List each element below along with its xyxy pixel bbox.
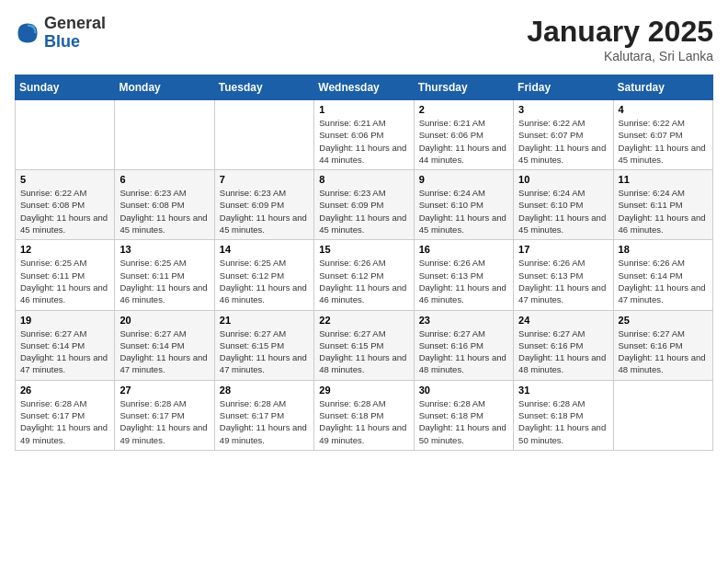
sunrise-text: Sunrise: 6:26 AM (319, 258, 385, 268)
day-number: 29 (319, 385, 408, 396)
calendar-cell: 4 Sunrise: 6:22 AM Sunset: 6:07 PM Dayli… (613, 100, 712, 170)
sunset-text: Sunset: 6:16 PM (518, 340, 583, 350)
sunrise-text: Sunrise: 6:21 AM (319, 118, 385, 128)
day-number: 27 (119, 385, 209, 396)
day-info: Sunrise: 6:26 AM Sunset: 6:13 PM Dayligh… (518, 257, 608, 305)
day-number: 12 (20, 244, 109, 255)
daylight-text: Daylight: 11 hours and 49 minutes. (119, 422, 207, 444)
daylight-text: Daylight: 11 hours and 47 minutes. (20, 352, 108, 374)
day-number: 24 (518, 315, 608, 326)
sunrise-text: Sunrise: 6:22 AM (518, 118, 585, 128)
daylight-text: Daylight: 11 hours and 45 minutes. (119, 213, 207, 235)
daylight-text: Daylight: 11 hours and 45 minutes. (20, 213, 108, 235)
calendar-table: SundayMondayTuesdayWednesdayThursdayFrid… (15, 75, 713, 451)
day-number: 8 (319, 174, 408, 185)
daylight-text: Daylight: 11 hours and 46 minutes. (619, 213, 706, 235)
day-info: Sunrise: 6:27 AM Sunset: 6:16 PM Dayligh… (518, 327, 608, 376)
sunset-text: Sunset: 6:18 PM (419, 410, 483, 420)
day-info: Sunrise: 6:27 AM Sunset: 6:14 PM Dayligh… (20, 327, 109, 376)
daylight-text: Daylight: 11 hours and 48 minutes. (518, 352, 606, 374)
day-number: 15 (319, 244, 408, 255)
day-number: 3 (518, 104, 608, 115)
weekday-header-tuesday: Tuesday (214, 75, 313, 100)
day-info: Sunrise: 6:24 AM Sunset: 6:11 PM Dayligh… (619, 187, 708, 236)
sunset-text: Sunset: 6:16 PM (419, 340, 483, 350)
month-title: January 2025 (527, 15, 713, 49)
day-info: Sunrise: 6:22 AM Sunset: 6:08 PM Dayligh… (20, 187, 109, 236)
day-number: 25 (619, 315, 708, 326)
day-info: Sunrise: 6:28 AM Sunset: 6:18 PM Dayligh… (419, 397, 508, 446)
day-info: Sunrise: 6:28 AM Sunset: 6:18 PM Dayligh… (518, 397, 608, 446)
day-info: Sunrise: 6:28 AM Sunset: 6:18 PM Dayligh… (319, 397, 408, 446)
calendar-cell: 5 Sunrise: 6:22 AM Sunset: 6:08 PM Dayli… (16, 170, 115, 240)
calendar-cell: 9 Sunrise: 6:24 AM Sunset: 6:10 PM Dayli… (414, 170, 513, 240)
sunrise-text: Sunrise: 6:27 AM (518, 328, 585, 339)
sunrise-text: Sunrise: 6:26 AM (419, 258, 485, 268)
calendar-cell: 18 Sunrise: 6:26 AM Sunset: 6:14 PM Dayl… (613, 240, 712, 310)
sunset-text: Sunset: 6:13 PM (518, 270, 583, 281)
sunrise-text: Sunrise: 6:21 AM (419, 118, 485, 128)
calendar-cell: 6 Sunrise: 6:23 AM Sunset: 6:08 PM Dayli… (115, 170, 214, 240)
sunrise-text: Sunrise: 6:22 AM (619, 118, 685, 128)
weekday-header-saturday: Saturday (613, 75, 712, 100)
weekday-header-row: SundayMondayTuesdayWednesdayThursdayFrid… (16, 75, 713, 100)
sunset-text: Sunset: 6:08 PM (20, 200, 85, 210)
sunrise-text: Sunrise: 6:22 AM (20, 188, 86, 198)
sunrise-text: Sunrise: 6:26 AM (619, 258, 685, 268)
sunset-text: Sunset: 6:14 PM (119, 340, 184, 350)
sunset-text: Sunset: 6:17 PM (20, 410, 85, 420)
day-info: Sunrise: 6:27 AM Sunset: 6:15 PM Dayligh… (220, 327, 309, 376)
day-number: 5 (20, 174, 109, 185)
daylight-text: Daylight: 11 hours and 45 minutes. (319, 213, 406, 235)
daylight-text: Daylight: 11 hours and 46 minutes. (220, 282, 307, 304)
daylight-text: Daylight: 11 hours and 49 minutes. (319, 422, 406, 444)
sunrise-text: Sunrise: 6:25 AM (220, 258, 286, 268)
day-info: Sunrise: 6:28 AM Sunset: 6:17 PM Dayligh… (20, 397, 109, 446)
day-number: 6 (119, 174, 209, 185)
sunrise-text: Sunrise: 6:23 AM (119, 188, 186, 198)
day-info: Sunrise: 6:25 AM Sunset: 6:11 PM Dayligh… (20, 257, 109, 305)
calendar-cell: 24 Sunrise: 6:27 AM Sunset: 6:16 PM Dayl… (514, 310, 613, 380)
sunset-text: Sunset: 6:07 PM (518, 130, 583, 140)
calendar-cell: 16 Sunrise: 6:26 AM Sunset: 6:13 PM Dayl… (414, 240, 513, 310)
day-info: Sunrise: 6:22 AM Sunset: 6:07 PM Dayligh… (619, 117, 708, 166)
sunrise-text: Sunrise: 6:24 AM (419, 188, 485, 198)
sunrise-text: Sunrise: 6:23 AM (319, 188, 385, 198)
sunset-text: Sunset: 6:12 PM (220, 270, 284, 281)
sunset-text: Sunset: 6:11 PM (619, 200, 683, 210)
calendar-cell: 20 Sunrise: 6:27 AM Sunset: 6:14 PM Dayl… (115, 310, 214, 380)
day-number: 17 (518, 244, 608, 255)
calendar-cell: 11 Sunrise: 6:24 AM Sunset: 6:11 PM Dayl… (613, 170, 712, 240)
sunset-text: Sunset: 6:14 PM (20, 340, 85, 350)
day-number: 9 (419, 174, 508, 185)
daylight-text: Daylight: 11 hours and 45 minutes. (518, 143, 606, 165)
calendar-cell: 29 Sunrise: 6:28 AM Sunset: 6:18 PM Dayl… (314, 380, 414, 450)
calendar-cell (16, 100, 115, 170)
day-info: Sunrise: 6:25 AM Sunset: 6:11 PM Dayligh… (119, 257, 209, 305)
daylight-text: Daylight: 11 hours and 46 minutes. (319, 282, 406, 304)
title-block: January 2025 Kalutara, Sri Lanka (527, 15, 713, 63)
day-number: 28 (220, 385, 309, 396)
daylight-text: Daylight: 11 hours and 48 minutes. (619, 352, 706, 374)
day-number: 7 (220, 174, 309, 185)
daylight-text: Daylight: 11 hours and 48 minutes. (419, 352, 506, 374)
sunset-text: Sunset: 6:09 PM (220, 200, 284, 210)
calendar-cell: 26 Sunrise: 6:28 AM Sunset: 6:17 PM Dayl… (16, 380, 115, 450)
sunrise-text: Sunrise: 6:25 AM (20, 258, 86, 268)
calendar-cell: 8 Sunrise: 6:23 AM Sunset: 6:09 PM Dayli… (314, 170, 414, 240)
sunset-text: Sunset: 6:13 PM (419, 270, 483, 281)
day-number: 2 (419, 104, 508, 115)
calendar-cell: 15 Sunrise: 6:26 AM Sunset: 6:12 PM Dayl… (314, 240, 414, 310)
daylight-text: Daylight: 11 hours and 46 minutes. (419, 282, 506, 304)
daylight-text: Daylight: 11 hours and 47 minutes. (518, 282, 606, 304)
sunrise-text: Sunrise: 6:28 AM (119, 398, 186, 408)
calendar-cell: 3 Sunrise: 6:22 AM Sunset: 6:07 PM Dayli… (514, 100, 613, 170)
daylight-text: Daylight: 11 hours and 45 minutes. (419, 213, 506, 235)
sunrise-text: Sunrise: 6:27 AM (119, 328, 186, 339)
day-info: Sunrise: 6:22 AM Sunset: 6:07 PM Dayligh… (518, 117, 608, 166)
daylight-text: Daylight: 11 hours and 47 minutes. (619, 282, 706, 304)
calendar-cell: 7 Sunrise: 6:23 AM Sunset: 6:09 PM Dayli… (214, 170, 313, 240)
day-number: 20 (119, 315, 209, 326)
calendar-cell: 17 Sunrise: 6:26 AM Sunset: 6:13 PM Dayl… (514, 240, 613, 310)
sunrise-text: Sunrise: 6:23 AM (220, 188, 286, 198)
